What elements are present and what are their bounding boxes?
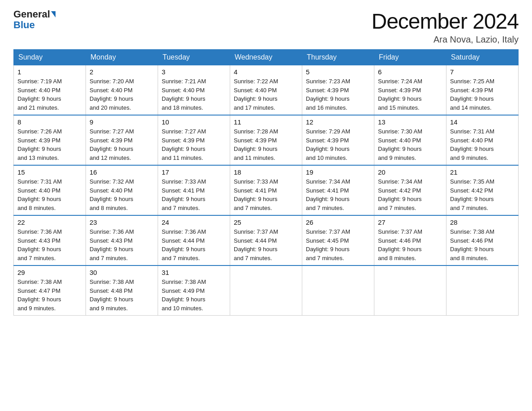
day-cell: 24 Sunrise: 7:36 AMSunset: 4:44 PMDaylig… (158, 215, 230, 265)
day-cell: 15 Sunrise: 7:31 AMSunset: 4:40 PMDaylig… (14, 165, 86, 215)
day-number: 17 (162, 168, 226, 176)
header-sunday: Sunday (14, 50, 86, 65)
day-cell: 10 Sunrise: 7:27 AMSunset: 4:39 PMDaylig… (158, 115, 230, 165)
day-cell: 30 Sunrise: 7:38 AMSunset: 4:48 PMDaylig… (86, 265, 158, 316)
page-header: General Blue December 2024 Ara Nova, Laz… (13, 9, 519, 45)
day-cell: 25 Sunrise: 7:37 AMSunset: 4:44 PMDaylig… (230, 215, 302, 265)
day-number: 21 (450, 168, 515, 176)
day-cell: 8 Sunrise: 7:26 AMSunset: 4:39 PMDayligh… (14, 115, 86, 165)
day-cell: 7 Sunrise: 7:25 AMSunset: 4:39 PMDayligh… (446, 65, 519, 116)
day-info: Sunrise: 7:32 AMSunset: 4:40 PMDaylight:… (90, 177, 154, 212)
day-number: 11 (234, 118, 298, 126)
month-year-title: December 2024 (371, 9, 519, 34)
header-monday: Monday (86, 50, 158, 65)
day-cell (230, 265, 302, 316)
day-info: Sunrise: 7:38 AMSunset: 4:48 PMDaylight:… (90, 278, 154, 313)
week-row-4: 22 Sunrise: 7:36 AMSunset: 4:43 PMDaylig… (14, 215, 519, 265)
day-cell: 17 Sunrise: 7:33 AMSunset: 4:41 PMDaylig… (158, 165, 230, 215)
day-number: 31 (162, 269, 226, 276)
day-info: Sunrise: 7:36 AMSunset: 4:43 PMDaylight:… (17, 227, 82, 262)
day-number: 2 (90, 68, 154, 76)
week-row-3: 15 Sunrise: 7:31 AMSunset: 4:40 PMDaylig… (14, 165, 519, 215)
header-saturday: Saturday (446, 50, 519, 65)
day-number: 4 (234, 68, 298, 76)
location-subtitle: Ara Nova, Lazio, Italy (371, 34, 519, 45)
day-cell: 9 Sunrise: 7:27 AMSunset: 4:39 PMDayligh… (86, 115, 158, 165)
day-info: Sunrise: 7:37 AMSunset: 4:46 PMDaylight:… (378, 227, 442, 262)
day-cell: 14 Sunrise: 7:31 AMSunset: 4:40 PMDaylig… (446, 115, 519, 165)
day-cell: 21 Sunrise: 7:35 AMSunset: 4:42 PMDaylig… (446, 165, 519, 215)
day-info: Sunrise: 7:23 AMSunset: 4:39 PMDaylight:… (306, 77, 370, 112)
day-info: Sunrise: 7:25 AMSunset: 4:39 PMDaylight:… (450, 77, 515, 112)
day-cell: 31 Sunrise: 7:38 AMSunset: 4:49 PMDaylig… (158, 265, 230, 316)
header-friday: Friday (374, 50, 446, 65)
day-number: 26 (306, 218, 370, 226)
day-info: Sunrise: 7:26 AMSunset: 4:39 PMDaylight:… (17, 127, 82, 162)
header-thursday: Thursday (302, 50, 374, 65)
day-info: Sunrise: 7:30 AMSunset: 4:40 PMDaylight:… (378, 127, 442, 162)
day-cell: 27 Sunrise: 7:37 AMSunset: 4:46 PMDaylig… (374, 215, 446, 265)
week-row-1: 1 Sunrise: 7:19 AMSunset: 4:40 PMDayligh… (14, 65, 519, 116)
day-info: Sunrise: 7:38 AMSunset: 4:49 PMDaylight:… (162, 278, 226, 313)
day-info: Sunrise: 7:35 AMSunset: 4:42 PMDaylight:… (450, 177, 515, 212)
day-info: Sunrise: 7:24 AMSunset: 4:39 PMDaylight:… (378, 77, 442, 112)
day-info: Sunrise: 7:34 AMSunset: 4:41 PMDaylight:… (306, 177, 370, 212)
day-cell: 5 Sunrise: 7:23 AMSunset: 4:39 PMDayligh… (302, 65, 374, 116)
day-number: 8 (17, 118, 82, 126)
day-info: Sunrise: 7:31 AMSunset: 4:40 PMDaylight:… (450, 127, 515, 162)
day-info: Sunrise: 7:27 AMSunset: 4:39 PMDaylight:… (90, 127, 154, 162)
day-info: Sunrise: 7:38 AMSunset: 4:47 PMDaylight:… (17, 278, 82, 313)
header-wednesday: Wednesday (230, 50, 302, 65)
week-row-5: 29 Sunrise: 7:38 AMSunset: 4:47 PMDaylig… (14, 265, 519, 316)
title-block: December 2024 Ara Nova, Lazio, Italy (371, 9, 519, 45)
day-cell: 28 Sunrise: 7:38 AMSunset: 4:46 PMDaylig… (446, 215, 519, 265)
day-info: Sunrise: 7:27 AMSunset: 4:39 PMDaylight:… (162, 127, 226, 162)
day-cell: 22 Sunrise: 7:36 AMSunset: 4:43 PMDaylig… (14, 215, 86, 265)
logo: General Blue (13, 9, 56, 30)
calendar-table: Sunday Monday Tuesday Wednesday Thursday… (13, 49, 519, 316)
logo-blue-text: Blue (13, 19, 35, 30)
day-number: 24 (162, 218, 226, 226)
day-cell (374, 265, 446, 316)
day-cell (446, 265, 519, 316)
day-number: 5 (306, 68, 370, 76)
day-info: Sunrise: 7:29 AMSunset: 4:39 PMDaylight:… (306, 127, 370, 162)
day-cell: 11 Sunrise: 7:28 AMSunset: 4:39 PMDaylig… (230, 115, 302, 165)
day-number: 1 (17, 68, 82, 76)
day-info: Sunrise: 7:21 AMSunset: 4:40 PMDaylight:… (162, 77, 226, 112)
day-cell: 13 Sunrise: 7:30 AMSunset: 4:40 PMDaylig… (374, 115, 446, 165)
day-info: Sunrise: 7:31 AMSunset: 4:40 PMDaylight:… (17, 177, 82, 212)
day-number: 22 (17, 218, 82, 226)
day-cell: 3 Sunrise: 7:21 AMSunset: 4:40 PMDayligh… (158, 65, 230, 116)
day-number: 3 (162, 68, 226, 76)
day-cell: 2 Sunrise: 7:20 AMSunset: 4:40 PMDayligh… (86, 65, 158, 116)
day-cell: 4 Sunrise: 7:22 AMSunset: 4:40 PMDayligh… (230, 65, 302, 116)
day-cell: 20 Sunrise: 7:34 AMSunset: 4:42 PMDaylig… (374, 165, 446, 215)
day-number: 18 (234, 168, 298, 176)
day-number: 7 (450, 68, 515, 76)
day-number: 23 (90, 218, 154, 226)
header-tuesday: Tuesday (158, 50, 230, 65)
day-number: 15 (17, 168, 82, 176)
day-number: 14 (450, 118, 515, 126)
day-number: 6 (378, 68, 442, 76)
day-info: Sunrise: 7:33 AMSunset: 4:41 PMDaylight:… (162, 177, 226, 212)
day-number: 12 (306, 118, 370, 126)
day-number: 9 (90, 118, 154, 126)
day-number: 25 (234, 218, 298, 226)
day-number: 13 (378, 118, 442, 126)
day-number: 30 (90, 269, 154, 276)
day-cell (302, 265, 374, 316)
day-cell: 6 Sunrise: 7:24 AMSunset: 4:39 PMDayligh… (374, 65, 446, 116)
logo-triangle-icon (51, 11, 56, 17)
day-number: 16 (90, 168, 154, 176)
day-info: Sunrise: 7:19 AMSunset: 4:40 PMDaylight:… (17, 77, 82, 112)
day-number: 19 (306, 168, 370, 176)
header-row: Sunday Monday Tuesday Wednesday Thursday… (14, 50, 519, 65)
day-cell: 16 Sunrise: 7:32 AMSunset: 4:40 PMDaylig… (86, 165, 158, 215)
day-cell: 18 Sunrise: 7:33 AMSunset: 4:41 PMDaylig… (230, 165, 302, 215)
day-info: Sunrise: 7:28 AMSunset: 4:39 PMDaylight:… (234, 127, 298, 162)
day-info: Sunrise: 7:37 AMSunset: 4:45 PMDaylight:… (306, 227, 370, 262)
day-info: Sunrise: 7:37 AMSunset: 4:44 PMDaylight:… (234, 227, 298, 262)
day-info: Sunrise: 7:20 AMSunset: 4:40 PMDaylight:… (90, 77, 154, 112)
